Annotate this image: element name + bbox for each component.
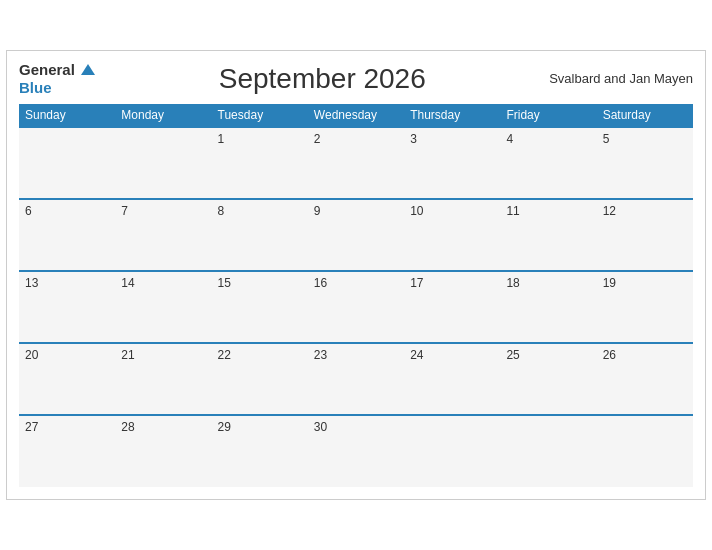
- day-number-26: 26: [603, 348, 616, 362]
- day-number-2: 2: [314, 132, 321, 146]
- day-cell-9: 9: [308, 199, 404, 271]
- day-number-10: 10: [410, 204, 423, 218]
- day-cell-1: 1: [212, 127, 308, 199]
- day-cell-10: 10: [404, 199, 500, 271]
- day-number-25: 25: [506, 348, 519, 362]
- day-cell-8: 8: [212, 199, 308, 271]
- day-cell-23: 23: [308, 343, 404, 415]
- day-number-8: 8: [218, 204, 225, 218]
- weekday-header-sunday: Sunday: [19, 104, 115, 127]
- logo-top: General: [19, 61, 95, 79]
- week-row-2: 6789101112: [19, 199, 693, 271]
- calendar-grid: SundayMondayTuesdayWednesdayThursdayFrid…: [19, 104, 693, 487]
- logo-general-text: General: [19, 61, 75, 78]
- day-number-12: 12: [603, 204, 616, 218]
- day-cell-6: 6: [19, 199, 115, 271]
- weekday-header-friday: Friday: [500, 104, 596, 127]
- day-number-22: 22: [218, 348, 231, 362]
- day-cell-30: 30: [308, 415, 404, 487]
- day-number-7: 7: [121, 204, 128, 218]
- day-cell-13: 13: [19, 271, 115, 343]
- empty-cell: [500, 415, 596, 487]
- day-number-1: 1: [218, 132, 225, 146]
- day-number-27: 27: [25, 420, 38, 434]
- empty-cell: [404, 415, 500, 487]
- day-cell-22: 22: [212, 343, 308, 415]
- calendar-header: General Blue September 2026 Svalbard and…: [19, 61, 693, 96]
- day-number-17: 17: [410, 276, 423, 290]
- day-cell-7: 7: [115, 199, 211, 271]
- weekday-header-row: SundayMondayTuesdayWednesdayThursdayFrid…: [19, 104, 693, 127]
- empty-cell: [115, 127, 211, 199]
- day-cell-28: 28: [115, 415, 211, 487]
- day-cell-19: 19: [597, 271, 693, 343]
- day-number-15: 15: [218, 276, 231, 290]
- logo-triangle-icon: [81, 64, 95, 75]
- weekday-header-wednesday: Wednesday: [308, 104, 404, 127]
- day-cell-11: 11: [500, 199, 596, 271]
- day-number-24: 24: [410, 348, 423, 362]
- day-cell-20: 20: [19, 343, 115, 415]
- week-row-3: 13141516171819: [19, 271, 693, 343]
- day-cell-5: 5: [597, 127, 693, 199]
- day-number-18: 18: [506, 276, 519, 290]
- day-cell-16: 16: [308, 271, 404, 343]
- empty-cell: [19, 127, 115, 199]
- day-number-30: 30: [314, 420, 327, 434]
- day-number-13: 13: [25, 276, 38, 290]
- logo-blue-text: Blue: [19, 79, 52, 96]
- day-number-23: 23: [314, 348, 327, 362]
- day-cell-3: 3: [404, 127, 500, 199]
- empty-cell: [597, 415, 693, 487]
- day-cell-27: 27: [19, 415, 115, 487]
- day-number-29: 29: [218, 420, 231, 434]
- day-number-16: 16: [314, 276, 327, 290]
- day-number-3: 3: [410, 132, 417, 146]
- day-number-5: 5: [603, 132, 610, 146]
- day-cell-17: 17: [404, 271, 500, 343]
- day-cell-29: 29: [212, 415, 308, 487]
- weekday-header-saturday: Saturday: [597, 104, 693, 127]
- region-label: Svalbard and Jan Mayen: [549, 71, 693, 86]
- day-number-6: 6: [25, 204, 32, 218]
- day-cell-14: 14: [115, 271, 211, 343]
- day-cell-24: 24: [404, 343, 500, 415]
- week-row-1: 12345: [19, 127, 693, 199]
- day-cell-26: 26: [597, 343, 693, 415]
- logo: General Blue: [19, 61, 95, 96]
- calendar-container: General Blue September 2026 Svalbard and…: [6, 50, 706, 500]
- day-number-21: 21: [121, 348, 134, 362]
- day-number-20: 20: [25, 348, 38, 362]
- day-cell-2: 2: [308, 127, 404, 199]
- day-cell-12: 12: [597, 199, 693, 271]
- day-cell-18: 18: [500, 271, 596, 343]
- month-title: September 2026: [95, 63, 549, 95]
- day-number-11: 11: [506, 204, 519, 218]
- day-number-19: 19: [603, 276, 616, 290]
- day-number-14: 14: [121, 276, 134, 290]
- weekday-header-thursday: Thursday: [404, 104, 500, 127]
- day-cell-25: 25: [500, 343, 596, 415]
- day-cell-21: 21: [115, 343, 211, 415]
- weekday-header-monday: Monday: [115, 104, 211, 127]
- day-number-28: 28: [121, 420, 134, 434]
- day-cell-4: 4: [500, 127, 596, 199]
- day-number-4: 4: [506, 132, 513, 146]
- day-number-9: 9: [314, 204, 321, 218]
- week-row-5: 27282930: [19, 415, 693, 487]
- week-row-4: 20212223242526: [19, 343, 693, 415]
- day-cell-15: 15: [212, 271, 308, 343]
- weekday-header-tuesday: Tuesday: [212, 104, 308, 127]
